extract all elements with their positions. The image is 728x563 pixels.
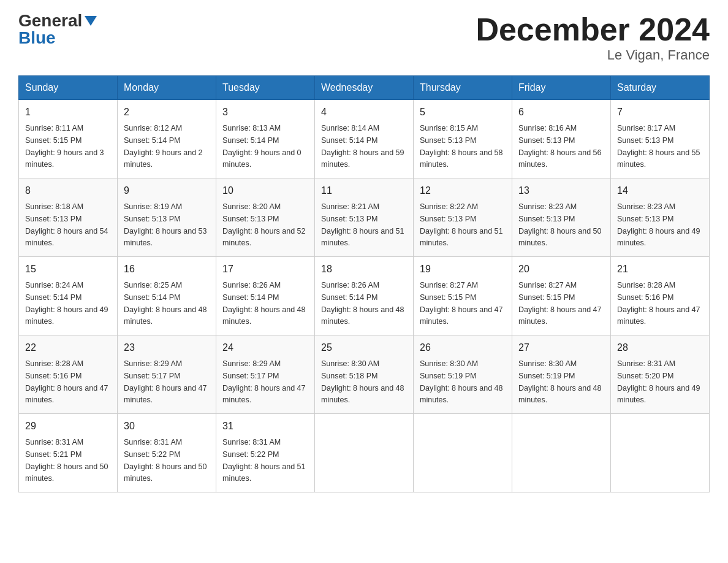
table-row: 13 Sunrise: 8:23 AMSunset: 5:13 PMDaylig… <box>512 178 611 257</box>
day-number: 2 <box>124 105 210 120</box>
day-number: 9 <box>124 183 210 198</box>
day-number: 11 <box>321 183 407 198</box>
table-row: 27 Sunrise: 8:30 AMSunset: 5:19 PMDaylig… <box>512 335 611 414</box>
day-number: 8 <box>25 183 111 198</box>
col-thursday: Thursday <box>414 76 512 100</box>
day-number: 24 <box>222 340 308 355</box>
table-row: 16 Sunrise: 8:25 AMSunset: 5:14 PMDaylig… <box>118 257 216 335</box>
calendar-week-row: 29 Sunrise: 8:31 AMSunset: 5:21 PMDaylig… <box>19 414 710 492</box>
table-row: 6 Sunrise: 8:16 AMSunset: 5:13 PMDayligh… <box>512 100 611 178</box>
table-row: 26 Sunrise: 8:30 AMSunset: 5:19 PMDaylig… <box>414 335 512 414</box>
day-info: Sunrise: 8:28 AMSunset: 5:16 PMDaylight:… <box>617 281 700 326</box>
day-info: Sunrise: 8:22 AMSunset: 5:13 PMDaylight:… <box>420 202 503 247</box>
day-number: 5 <box>420 105 506 120</box>
table-row: 17 Sunrise: 8:26 AMSunset: 5:14 PMDaylig… <box>216 257 315 335</box>
table-row: 21 Sunrise: 8:28 AMSunset: 5:16 PMDaylig… <box>611 257 710 335</box>
table-row: 9 Sunrise: 8:19 AMSunset: 5:13 PMDayligh… <box>118 178 216 257</box>
table-row: 10 Sunrise: 8:20 AMSunset: 5:13 PMDaylig… <box>216 178 315 257</box>
day-info: Sunrise: 8:27 AMSunset: 5:15 PMDaylight:… <box>518 281 602 326</box>
page-header: General Blue December 2024 Le Vigan, Fra… <box>18 12 710 63</box>
day-info: Sunrise: 8:31 AMSunset: 5:20 PMDaylight:… <box>617 359 700 404</box>
day-info: Sunrise: 8:20 AMSunset: 5:13 PMDaylight:… <box>222 202 306 247</box>
day-info: Sunrise: 8:11 AMSunset: 5:15 PMDaylight:… <box>25 124 104 169</box>
col-sunday: Sunday <box>19 76 118 100</box>
day-info: Sunrise: 8:31 AMSunset: 5:22 PMDaylight:… <box>124 438 207 483</box>
table-row: 11 Sunrise: 8:21 AMSunset: 5:13 PMDaylig… <box>315 178 414 257</box>
title-block: December 2024 Le Vigan, France <box>476 12 710 63</box>
col-friday: Friday <box>512 76 611 100</box>
day-number: 15 <box>25 262 111 277</box>
calendar-week-row: 15 Sunrise: 8:24 AMSunset: 5:14 PMDaylig… <box>19 257 710 335</box>
col-wednesday: Wednesday <box>315 76 414 100</box>
calendar-table: Sunday Monday Tuesday Wednesday Thursday… <box>18 75 710 492</box>
day-number: 7 <box>617 105 703 120</box>
table-row: 30 Sunrise: 8:31 AMSunset: 5:22 PMDaylig… <box>118 414 216 492</box>
day-info: Sunrise: 8:26 AMSunset: 5:14 PMDaylight:… <box>321 281 404 326</box>
day-number: 6 <box>518 105 604 120</box>
page-title: December 2024 <box>476 12 710 47</box>
day-info: Sunrise: 8:26 AMSunset: 5:14 PMDaylight:… <box>222 281 306 326</box>
day-info: Sunrise: 8:30 AMSunset: 5:19 PMDaylight:… <box>518 359 602 404</box>
table-row <box>414 414 512 492</box>
table-row: 2 Sunrise: 8:12 AMSunset: 5:14 PMDayligh… <box>118 100 216 178</box>
day-info: Sunrise: 8:14 AMSunset: 5:14 PMDaylight:… <box>321 124 404 169</box>
day-info: Sunrise: 8:19 AMSunset: 5:13 PMDaylight:… <box>124 202 207 247</box>
day-number: 20 <box>518 262 604 277</box>
table-row: 20 Sunrise: 8:27 AMSunset: 5:15 PMDaylig… <box>512 257 611 335</box>
page-location: Le Vigan, France <box>476 47 710 63</box>
day-info: Sunrise: 8:17 AMSunset: 5:13 PMDaylight:… <box>617 124 700 169</box>
day-info: Sunrise: 8:29 AMSunset: 5:17 PMDaylight:… <box>222 359 306 404</box>
day-number: 16 <box>124 262 210 277</box>
day-number: 29 <box>25 419 111 434</box>
col-saturday: Saturday <box>611 76 710 100</box>
day-info: Sunrise: 8:24 AMSunset: 5:14 PMDaylight:… <box>25 281 108 326</box>
table-row: 1 Sunrise: 8:11 AMSunset: 5:15 PMDayligh… <box>19 100 118 178</box>
table-row: 22 Sunrise: 8:28 AMSunset: 5:16 PMDaylig… <box>19 335 118 414</box>
table-row: 4 Sunrise: 8:14 AMSunset: 5:14 PMDayligh… <box>315 100 414 178</box>
table-row: 31 Sunrise: 8:31 AMSunset: 5:22 PMDaylig… <box>216 414 315 492</box>
calendar-week-row: 1 Sunrise: 8:11 AMSunset: 5:15 PMDayligh… <box>19 100 710 178</box>
day-info: Sunrise: 8:16 AMSunset: 5:13 PMDaylight:… <box>518 124 602 169</box>
day-number: 22 <box>25 340 111 355</box>
table-row: 15 Sunrise: 8:24 AMSunset: 5:14 PMDaylig… <box>19 257 118 335</box>
table-row: 25 Sunrise: 8:30 AMSunset: 5:18 PMDaylig… <box>315 335 414 414</box>
day-number: 14 <box>617 183 703 198</box>
table-row: 14 Sunrise: 8:23 AMSunset: 5:13 PMDaylig… <box>611 178 710 257</box>
day-info: Sunrise: 8:13 AMSunset: 5:14 PMDaylight:… <box>222 124 301 169</box>
table-row <box>315 414 414 492</box>
day-info: Sunrise: 8:29 AMSunset: 5:17 PMDaylight:… <box>124 359 207 404</box>
day-info: Sunrise: 8:30 AMSunset: 5:18 PMDaylight:… <box>321 359 404 404</box>
table-row: 12 Sunrise: 8:22 AMSunset: 5:13 PMDaylig… <box>414 178 512 257</box>
day-info: Sunrise: 8:21 AMSunset: 5:13 PMDaylight:… <box>321 202 404 247</box>
table-row: 28 Sunrise: 8:31 AMSunset: 5:20 PMDaylig… <box>611 335 710 414</box>
calendar-week-row: 22 Sunrise: 8:28 AMSunset: 5:16 PMDaylig… <box>19 335 710 414</box>
table-row: 5 Sunrise: 8:15 AMSunset: 5:13 PMDayligh… <box>414 100 512 178</box>
day-info: Sunrise: 8:28 AMSunset: 5:16 PMDaylight:… <box>25 359 108 404</box>
logo: General Blue <box>18 12 97 47</box>
day-info: Sunrise: 8:31 AMSunset: 5:21 PMDaylight:… <box>25 438 108 483</box>
day-number: 17 <box>222 262 308 277</box>
day-number: 25 <box>321 340 407 355</box>
day-number: 28 <box>617 340 703 355</box>
table-row: 3 Sunrise: 8:13 AMSunset: 5:14 PMDayligh… <box>216 100 315 178</box>
table-row: 29 Sunrise: 8:31 AMSunset: 5:21 PMDaylig… <box>19 414 118 492</box>
logo-general-text: General <box>18 12 82 29</box>
day-number: 18 <box>321 262 407 277</box>
table-row <box>611 414 710 492</box>
day-number: 31 <box>222 419 308 434</box>
day-number: 3 <box>222 105 308 120</box>
table-row: 18 Sunrise: 8:26 AMSunset: 5:14 PMDaylig… <box>315 257 414 335</box>
day-number: 23 <box>124 340 210 355</box>
table-row: 8 Sunrise: 8:18 AMSunset: 5:13 PMDayligh… <box>19 178 118 257</box>
col-monday: Monday <box>118 76 216 100</box>
day-number: 27 <box>518 340 604 355</box>
logo-triangle-icon <box>85 16 97 26</box>
table-row <box>512 414 611 492</box>
day-number: 1 <box>25 105 111 120</box>
day-info: Sunrise: 8:30 AMSunset: 5:19 PMDaylight:… <box>420 359 503 404</box>
day-number: 10 <box>222 183 308 198</box>
day-number: 13 <box>518 183 604 198</box>
day-info: Sunrise: 8:23 AMSunset: 5:13 PMDaylight:… <box>518 202 602 247</box>
day-number: 4 <box>321 105 407 120</box>
table-row: 7 Sunrise: 8:17 AMSunset: 5:13 PMDayligh… <box>611 100 710 178</box>
